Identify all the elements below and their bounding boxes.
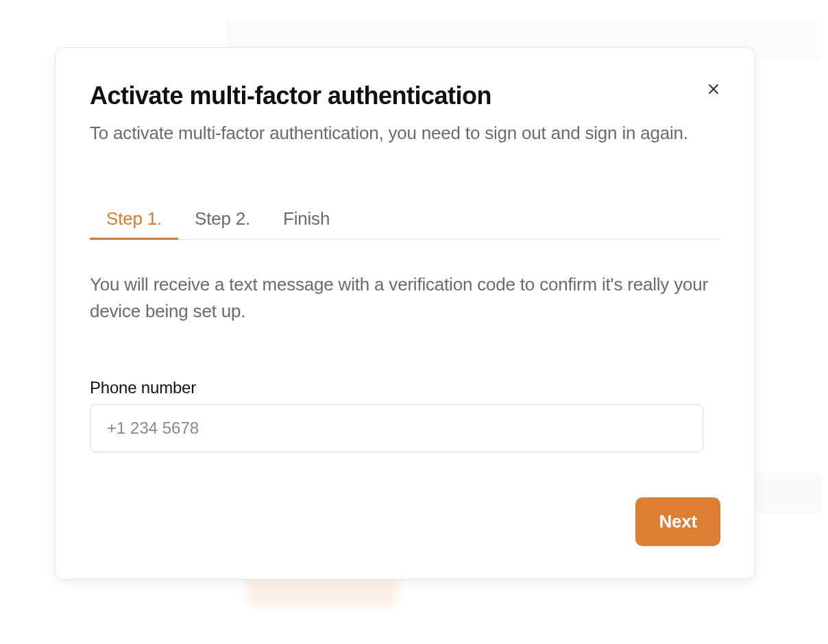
steps-tabs: Step 1. Step 2. Finish (90, 201, 720, 240)
mfa-activation-modal: Activate multi-factor authentication To … (55, 47, 755, 580)
step-description: You will receive a text message with a v… (90, 271, 720, 325)
next-button[interactable]: Next (635, 497, 720, 546)
phone-input[interactable] (90, 404, 703, 452)
tab-step-2[interactable]: Step 2. (178, 201, 267, 239)
modal-footer: Next (90, 497, 720, 546)
modal-subtitle: To activate multi-factor authentication,… (90, 120, 720, 147)
phone-label: Phone number (90, 378, 720, 397)
tab-finish[interactable]: Finish (267, 201, 346, 239)
close-icon (706, 82, 721, 97)
modal-header: Activate multi-factor authentication To … (90, 81, 720, 147)
background-decor (754, 473, 823, 514)
modal-title: Activate multi-factor authentication (90, 81, 720, 110)
close-button[interactable] (703, 78, 724, 100)
phone-field-group: Phone number (90, 378, 720, 452)
tab-step-1[interactable]: Step 1. (90, 201, 178, 239)
